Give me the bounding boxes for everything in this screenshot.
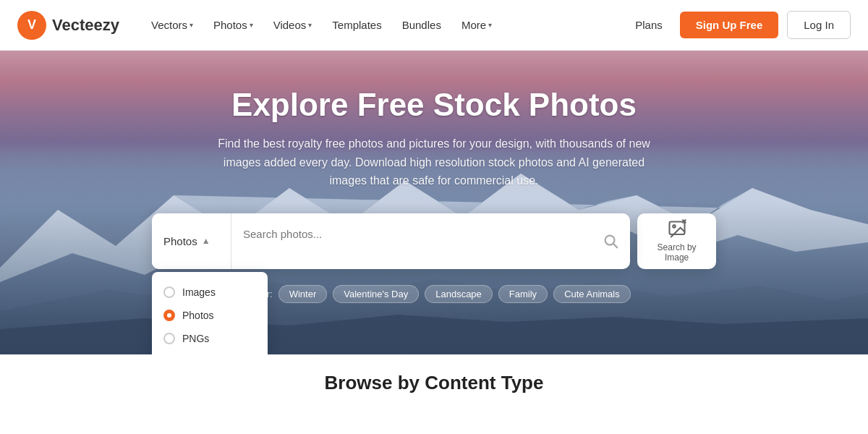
search-submit-button[interactable]	[591, 213, 630, 269]
tag-family[interactable]: Family	[498, 285, 548, 303]
tag-valentines[interactable]: Valentine's Day	[333, 285, 419, 303]
nav-item-more[interactable]: More ▾	[453, 13, 501, 37]
browse-title: Browse by Content Type	[17, 372, 851, 394]
image-search-icon	[667, 219, 687, 239]
bottom-section: Browse by Content Type	[0, 354, 868, 412]
hero-title: Explore Free Stock Photos	[0, 87, 868, 123]
search-icon	[603, 233, 618, 249]
nav-item-templates[interactable]: Templates	[323, 13, 390, 37]
chevron-down-icon: ▾	[308, 21, 312, 29]
popular-tags-bar: Popular: Winter Valentine's Day Landscap…	[0, 276, 868, 312]
svg-line-6	[613, 244, 617, 247]
tag-landscape[interactable]: Landscape	[425, 285, 493, 303]
search-type-dropdown: Images Photos PNGs PSDs	[152, 272, 268, 354]
logo-icon: V	[17, 11, 46, 40]
dropdown-item-photos[interactable]: Photos	[152, 304, 268, 327]
dropdown-item-psds[interactable]: PSDs	[152, 350, 268, 354]
search-box: Photos ▲ Images Photos	[152, 213, 630, 269]
login-button[interactable]: Log In	[787, 11, 851, 39]
logo-link[interactable]: V Vecteezy	[17, 11, 119, 40]
navbar: V Vecteezy Vectors ▾ Photos ▾ Videos ▾ T…	[0, 0, 868, 51]
nav-links: Vectors ▾ Photos ▾ Videos ▾ Templates Bu…	[142, 13, 626, 37]
nav-item-videos[interactable]: Videos ▾	[265, 13, 321, 37]
dropdown-item-pngs[interactable]: PNGs	[152, 327, 268, 350]
plans-link[interactable]: Plans	[626, 13, 671, 37]
radio-photos	[163, 310, 175, 321]
chevron-up-icon: ▲	[202, 236, 210, 246]
nav-item-bundles[interactable]: Bundles	[393, 13, 450, 37]
hero-section: Explore Free Stock Photos Find the best …	[0, 51, 868, 354]
signup-button[interactable]: Sign Up Free	[680, 12, 779, 38]
hero-subtitle: Find the best royalty free photos and pi…	[217, 135, 651, 190]
dropdown-item-images[interactable]: Images	[152, 281, 268, 304]
hero-content: Explore Free Stock Photos Find the best …	[0, 51, 868, 312]
chevron-down-icon: ▾	[488, 21, 492, 29]
tag-winter[interactable]: Winter	[278, 285, 328, 303]
logo-text: Vecteezy	[52, 16, 119, 35]
search-type-button[interactable]: Photos ▲ Images Photos	[152, 213, 231, 269]
radio-pngs	[163, 333, 175, 344]
nav-item-vectors[interactable]: Vectors ▾	[142, 13, 202, 37]
chevron-down-icon: ▾	[190, 21, 193, 29]
search-container: Photos ▲ Images Photos	[152, 213, 716, 269]
svg-point-8	[673, 225, 676, 228]
svg-rect-7	[669, 221, 684, 234]
search-by-image-button[interactable]: Search by Image	[637, 213, 716, 269]
radio-images	[163, 286, 175, 298]
search-input[interactable]	[231, 213, 591, 255]
nav-item-photos[interactable]: Photos ▾	[205, 13, 262, 37]
tag-cute-animals[interactable]: Cute Animals	[553, 285, 631, 303]
nav-right: Plans Sign Up Free Log In	[626, 11, 851, 39]
chevron-down-icon: ▾	[250, 21, 253, 29]
